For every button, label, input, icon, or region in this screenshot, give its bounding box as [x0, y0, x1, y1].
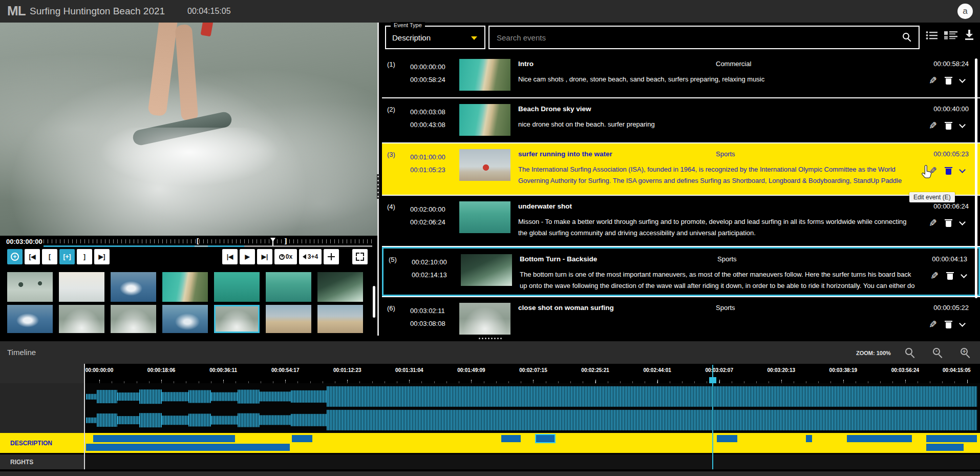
- event-list-scrollbar[interactable]: [975, 58, 977, 298]
- next-frame-button[interactable]: ▶|: [257, 249, 272, 264]
- rights-track[interactable]: [85, 454, 980, 469]
- event-thumbnail[interactable]: [459, 149, 510, 181]
- filmstrip-thumbnail[interactable]: [59, 305, 104, 333]
- chevron-down-icon[interactable]: [959, 121, 966, 128]
- event-thumbnail[interactable]: [459, 59, 510, 91]
- description-track[interactable]: [85, 433, 980, 453]
- play-button[interactable]: ▶: [240, 249, 255, 264]
- description-segment[interactable]: [536, 435, 555, 442]
- description-segment[interactable]: [806, 435, 812, 442]
- zoom-in-icon[interactable]: +: [961, 348, 968, 355]
- goto-in-button[interactable]: [◀: [25, 249, 40, 264]
- filmstrip-thumbnail[interactable]: [111, 272, 156, 302]
- user-avatar[interactable]: a: [957, 4, 973, 19]
- vertical-splitter-grip[interactable]: [377, 174, 379, 199]
- event-row[interactable]: (5) 00:02:10:00 00:02:14:13 Bottom Turn …: [382, 247, 980, 296]
- description-segment[interactable]: [847, 435, 912, 442]
- horizontal-splitter[interactable]: [0, 336, 980, 341]
- list-view-button[interactable]: [926, 31, 938, 40]
- detail-view-button[interactable]: [944, 31, 957, 40]
- zoom-reset-icon[interactable]: [905, 348, 912, 355]
- set-out-button[interactable]: ]: [77, 249, 92, 264]
- set-in-button[interactable]: [: [42, 249, 57, 264]
- chevron-down-icon[interactable]: [959, 167, 966, 173]
- audio-channels-button[interactable]: 3+4: [299, 249, 322, 264]
- event-index: (6): [387, 304, 395, 312]
- description-segment[interactable]: [717, 435, 737, 442]
- waveform-segment: [86, 418, 97, 423]
- prev-frame-button[interactable]: |◀: [222, 249, 238, 264]
- edit-icon[interactable]: ✎: [929, 76, 937, 86]
- edit-icon[interactable]: ✎: [929, 218, 937, 228]
- chevron-down-icon[interactable]: [959, 320, 966, 327]
- filmstrip-thumbnail[interactable]: [266, 272, 311, 302]
- filmstrip-scrollbar[interactable]: [373, 286, 375, 318]
- event-thumbnail[interactable]: [459, 201, 510, 233]
- search-input[interactable]: [489, 27, 919, 48]
- description-segment[interactable]: [86, 444, 290, 451]
- track-label-rights[interactable]: RIGHTS: [0, 454, 84, 469]
- chevron-down-icon[interactable]: [959, 219, 966, 225]
- filmstrip-thumbnail[interactable]: [317, 272, 363, 302]
- track-label-description[interactable]: DESCRIPTION: [0, 433, 84, 453]
- filmstrip-thumbnail[interactable]: [111, 305, 156, 333]
- description-segment[interactable]: [93, 435, 235, 442]
- add-in-out-button[interactable]: [+]: [59, 249, 75, 264]
- edit-icon[interactable]: ✎: [929, 121, 937, 131]
- chevron-down-icon[interactable]: [959, 76, 966, 83]
- filmstrip-thumbnail[interactable]: [7, 305, 53, 333]
- delete-icon[interactable]: [947, 272, 953, 280]
- event-thumbnail[interactable]: [461, 254, 512, 286]
- description-segment[interactable]: [926, 435, 977, 442]
- delete-icon[interactable]: [945, 219, 952, 227]
- hand-cursor: [921, 164, 934, 180]
- delete-icon[interactable]: [945, 122, 952, 130]
- chevron-down-icon[interactable]: [961, 272, 967, 278]
- playback-speed-button[interactable]: 0x: [274, 249, 297, 264]
- event-thumbnail[interactable]: [459, 303, 510, 335]
- description-segment[interactable]: [292, 435, 312, 442]
- event-row[interactable]: (2) 00:00:03:08 00:00:43:08 Beach Drone …: [382, 98, 980, 142]
- add-event-button[interactable]: +: [7, 249, 23, 264]
- jog-button[interactable]: [324, 249, 339, 264]
- event-actions: ✎: [929, 121, 965, 131]
- event-row[interactable]: (3) 00:01:00:00 00:01:05:23 surfer runni…: [382, 143, 980, 195]
- delete-icon[interactable]: [945, 77, 952, 85]
- circle-plus-icon: +: [11, 253, 19, 261]
- event-thumbnail[interactable]: [459, 104, 510, 136]
- scrub-ruler[interactable]: [44, 239, 372, 243]
- scrub-progress[interactable]: [44, 245, 372, 247]
- filmstrip-thumbnail[interactable]: [214, 305, 260, 333]
- chevron-down-icon: [471, 36, 477, 40]
- filmstrip-thumbnail[interactable]: [162, 272, 208, 302]
- filmstrip-thumbnail[interactable]: [317, 305, 363, 333]
- audio-waveform-track[interactable]: [85, 383, 980, 433]
- speed-value: 0x: [286, 253, 292, 260]
- video-viewport[interactable]: [0, 23, 377, 236]
- edit-icon[interactable]: ✎: [930, 271, 939, 281]
- filmstrip-thumbnail[interactable]: [59, 272, 104, 302]
- event-row[interactable]: (6) 00:03:02:11 00:03:08:08 close shot o…: [382, 297, 980, 336]
- timeline-ruler[interactable]: 00:00:00:0000:00:18:0600:00:36:1100:00:5…: [85, 364, 980, 383]
- filmstrip-thumbnail[interactable]: [7, 272, 53, 302]
- filmstrip-thumbnail[interactable]: [162, 305, 208, 333]
- filmstrip-thumbnail[interactable]: [266, 305, 311, 333]
- event-row[interactable]: (4) 00:02:00:00 00:02:06:24 underwater s…: [382, 196, 980, 246]
- event-type-dropdown[interactable]: Event Type Description: [385, 26, 485, 49]
- timeline-playhead-handle[interactable]: [709, 377, 716, 383]
- edit-icon[interactable]: ✎: [929, 320, 937, 329]
- delete-icon[interactable]: [945, 321, 952, 329]
- event-row[interactable]: (1) 00:00:00:00 00:00:58:24 Intro Commer…: [382, 53, 980, 97]
- fullscreen-button[interactable]: [352, 249, 368, 264]
- event-actions: ✎: [929, 218, 965, 228]
- filmstrip-thumbnail[interactable]: [214, 272, 260, 302]
- scrub-playhead[interactable]: [270, 238, 275, 242]
- download-icon[interactable]: [965, 30, 974, 40]
- waveform-segment: [162, 416, 188, 425]
- goto-out-button[interactable]: ▶]: [94, 249, 110, 264]
- description-segment[interactable]: [501, 435, 521, 442]
- delete-icon[interactable]: [945, 167, 952, 175]
- description-segment[interactable]: [926, 444, 964, 451]
- zoom-out-icon[interactable]: -: [933, 348, 940, 355]
- search-icon[interactable]: [903, 33, 909, 39]
